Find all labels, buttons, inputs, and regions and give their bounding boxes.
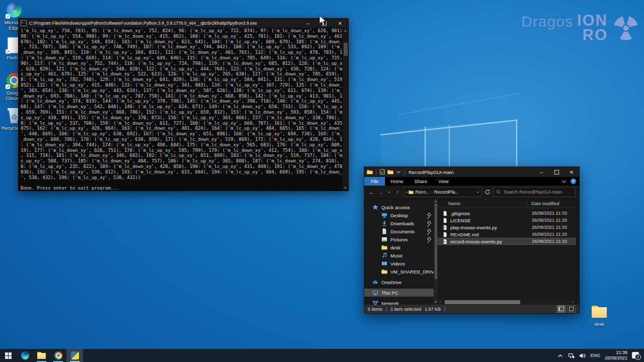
notification-center-button[interactable]: 2 [632,352,640,359]
language-indicator[interactable]: ENG [590,353,600,358]
clock[interactable]: 21:39 26/08/2021 [605,350,627,361]
explorer-app-icon [367,169,373,175]
scroll-left-icon[interactable]: ‹ [438,299,443,305]
scroll-up-icon[interactable]: ▲ [434,199,438,204]
explorer-minimize-button[interactable]: – [534,167,549,177]
sidebar-item-music[interactable]: Music [364,251,434,259]
console-scrollbar[interactable]: ▲ ▼ [343,28,348,191]
pc-icon [372,290,378,296]
sidebar-item-onedrive[interactable]: OneDrive [364,278,434,286]
breadcrumb[interactable]: « Reco...›RecordPla... [404,187,482,197]
sidebar-item-desktop[interactable]: Desktop [364,211,434,219]
scrollbar-thumb[interactable] [435,204,437,279]
scrollbar-thumb[interactable] [344,43,348,56]
breadcrumb-separator-icon[interactable]: › [431,190,433,195]
tab-file[interactable]: File [364,177,385,186]
taskbar-edge-button[interactable] [17,349,33,362]
navigation-pane: Quick accessDesktopDownloadsDocumentsPic… [364,199,434,309]
file-row-readme-md[interactable]: README.md26/08/2021 21:33 [438,231,576,238]
file-date-modified: 26/08/2021 21:33 [532,232,567,237]
explorer-maximize-button[interactable] [549,167,564,177]
console-minimize-button[interactable]: – [300,19,316,28]
ribbon-collapse-icon[interactable] [561,178,567,185]
breadcrumb-segment[interactable]: RecordPla... [434,190,459,195]
taskbar-python-button[interactable] [66,349,83,362]
back-icon[interactable]: ← [368,189,375,195]
taskbar-explorer-button[interactable] [33,349,50,362]
file-date-modified: 26/08/2021 21:33 [532,218,567,223]
qat-customize-icon[interactable] [395,169,401,175]
file-row--gitignore[interactable]: .gitignore26/08/2021 21:33 [438,210,576,217]
explorer-window: RecordPlayGUI-main – ✕ FileHomeShareView… [364,166,580,314]
scroll-down-icon[interactable]: ▼ [343,185,348,191]
chrome-icon [54,351,62,359]
tray-expand-icon[interactable] [557,352,564,359]
sidebar-item-label: Videos [390,261,405,266]
breadcrumb-overflow-icon[interactable]: « [406,190,407,195]
help-icon[interactable]: ? [571,178,576,184]
forward-icon[interactable]: → [377,189,384,195]
file-row-play-mouse-events-py[interactable]: play-mouse-events.py26/08/2021 21:33 [438,224,576,231]
desktop: Dragos ION RO Microsoft EdgeFirefoxGoogl… [0,0,644,362]
search-placeholder: Search RecordPlayGUI-main [504,190,562,195]
tab-share[interactable]: Share [409,177,433,186]
volume-icon[interactable] [579,352,586,359]
status-selection: 1 item selected [390,307,421,312]
scrollbar-thumb[interactable] [445,300,520,304]
file-name: README.md [450,232,527,237]
taskbar-chrome-button[interactable] [50,349,66,362]
tab-home[interactable]: Home [385,177,409,186]
file-row-license[interactable]: LICENSE26/08/2021 21:33 [438,217,576,224]
sidebar-scrollbar[interactable]: ▲ ▼ [434,199,438,305]
console-close-button[interactable]: ✕ [332,19,348,28]
sidebar-item-desk[interactable]: desk [364,243,434,251]
horizontal-scrollbar[interactable]: ‹ › [438,299,576,305]
search-box[interactable]: Search RecordPlayGUI-main [493,187,576,197]
file-name: .gitignore [450,211,527,216]
sidebar-item-label: desk [390,245,400,250]
sidebar-item-this-pc[interactable]: This PC [364,289,434,297]
desktop-icon-desk[interactable]: desk [585,304,613,339]
scroll-up-icon[interactable]: ▲ [343,28,348,33]
sidebar-item-downloads[interactable]: Downloads [364,219,434,227]
new-folder-icon[interactable] [387,169,393,175]
sort-ascending-icon: ⌃ [484,198,487,202]
tab-view[interactable]: View [433,177,454,186]
explorer-title: RecordPlayGUI-main [409,169,534,175]
sidebar-item-label: VM_SHARED_DRIVE [390,269,434,275]
scroll-right-icon[interactable]: › [571,299,576,305]
large-icons-view-button[interactable] [567,305,576,313]
column-name[interactable]: Name [448,201,460,206]
watermark-name: Dragos [521,13,573,30]
recent-locations-icon[interactable] [387,189,391,195]
refresh-icon[interactable] [485,189,491,195]
network-icon[interactable] [568,352,575,359]
explorer-close-button[interactable]: ✕ [564,167,579,177]
up-icon[interactable]: ↑ [394,189,401,195]
explorer-titlebar[interactable]: RecordPlayGUI-main – ✕ [364,167,579,177]
cloud-icon [372,279,378,285]
file-name: LICENSE [450,218,527,223]
address-dropdown-icon[interactable] [475,189,480,195]
pin-icon [427,221,431,225]
radiation-icon [612,14,640,42]
file-row-record-mouse-events-py[interactable]: record-mouse-events.py26/08/2021 21:33 [438,238,576,245]
sidebar-item-videos[interactable]: Videos [364,259,434,267]
system-tray: ENG 21:39 26/08/2021 2 [557,349,644,362]
properties-icon[interactable] [379,169,385,175]
sidebar-item-quick-access[interactable]: Quick access [364,203,434,211]
scroll-down-icon[interactable]: ▼ [434,300,438,305]
console-output: ('m_lc_up_xy', 758, 783), 95: ('m_lc_dow… [19,28,343,190]
details-view-button[interactable] [557,305,566,313]
sidebar-item-documents[interactable]: Documents [364,227,434,235]
folder-icon [381,268,387,275]
python-icon [71,351,79,359]
console-titlebar[interactable]: C:\ C:\Program Files\WindowsApps\PythonS… [19,19,348,28]
start-button[interactable] [0,349,17,362]
sidebar-item-vm-shared-drive[interactable]: VM_SHARED_DRIVE [364,267,434,276]
sidebar-item-pictures[interactable]: Pictures [364,235,434,243]
column-date-modified[interactable]: Date modified [531,201,559,206]
music-icon [381,252,387,258]
breadcrumb-segment[interactable]: Reco... [415,190,430,195]
status-item-count: 5 items [368,307,382,312]
